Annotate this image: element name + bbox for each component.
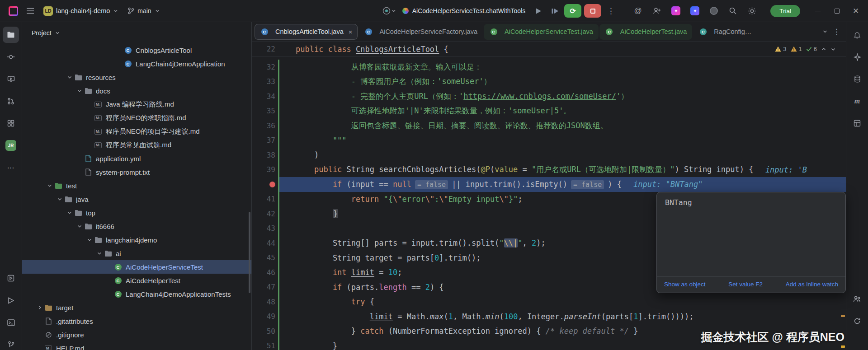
code-line[interactable]: 32 从博客园获取最新文章。输入可以是： — [252, 60, 846, 75]
tree-item[interactable]: java — [22, 192, 251, 206]
debug-evaluate-popup[interactable]: BNTang Show as object Set value F2 Add a… — [656, 192, 846, 293]
junie-avatar[interactable]: JR — [3, 137, 19, 154]
line-number-gutter[interactable] — [252, 177, 278, 192]
minimize-button[interactable] — [810, 3, 826, 19]
tree-item[interactable]: CAiCodeHelperServiceTest — [22, 260, 251, 274]
tree-item[interactable]: M↓程序员常见面试题.md — [22, 138, 251, 152]
tree-item[interactable]: M↓HELP.md — [22, 341, 251, 350]
tree-item[interactable]: resources — [22, 70, 251, 84]
code-line[interactable]: 37 """ — [252, 133, 846, 148]
tree-item[interactable]: test — [22, 179, 251, 192]
structure-tool-icon[interactable] — [3, 115, 19, 131]
services-tool-icon[interactable] — [3, 270, 19, 286]
breakpoint-icon[interactable] — [269, 182, 275, 187]
code-line[interactable]: 39 public String searchCnblogsArticles(@… — [252, 163, 846, 177]
line-number-gutter[interactable]: 39 — [252, 163, 278, 177]
mentions-icon[interactable]: @ — [630, 3, 646, 19]
close-button[interactable]: ✕ — [848, 3, 863, 19]
code-line[interactable]: 33 - 博客园用户名（例如：'someUser'） — [252, 75, 846, 89]
project-scrollbar[interactable] — [249, 212, 250, 293]
add-inline-watch-link[interactable]: Add as inline watch — [786, 281, 838, 288]
main-menu-icon[interactable] — [23, 3, 38, 19]
terminal-tool-icon[interactable] — [3, 314, 19, 331]
tree-chevron-icon[interactable] — [75, 87, 84, 94]
tree-item[interactable]: system-prompt.txt — [22, 165, 251, 179]
line-number-gutter[interactable]: 42 — [252, 206, 278, 221]
warnings-indicator[interactable]: 3 — [775, 46, 786, 52]
tree-item[interactable]: M↓程序员NEO的项目学习建议.md — [22, 125, 251, 138]
code-line[interactable]: 35 可选择性地附加'|N'来限制结果数量，例如：'someUser|5'。 — [252, 104, 846, 119]
previous-issue-icon[interactable] — [821, 47, 826, 52]
tree-chevron-icon[interactable] — [66, 74, 74, 81]
tree-item[interactable]: CAiCodeHelperTest — [22, 274, 251, 287]
code-line[interactable]: 36 返回包含标题、链接、日期、摘要、阅读数、评论数、推荐数的JSON数组。 — [252, 118, 846, 133]
git-tool-icon[interactable] — [3, 336, 19, 350]
trial-badge[interactable]: Trial — [770, 5, 800, 17]
line-number-gutter[interactable]: 35 — [252, 104, 278, 119]
junie-icon[interactable]: ✦ — [687, 3, 703, 19]
run-button[interactable] — [531, 3, 546, 19]
project-tool-icon[interactable] — [3, 27, 19, 43]
project-panel-header[interactable]: Project — [22, 22, 251, 43]
collaboration-icon[interactable] — [849, 291, 865, 307]
code-line[interactable]: if (input == null= false|| input.trim().… — [252, 177, 846, 192]
tree-item[interactable]: CLangChain4jDemoApplication — [22, 57, 251, 70]
hidden-tabs-icon[interactable] — [822, 28, 828, 35]
line-number-gutter[interactable]: 33 — [252, 75, 278, 89]
ai-assistant-icon[interactable]: ✦ — [668, 3, 684, 19]
editor-tab[interactable]: CRagConfig… — [693, 24, 757, 40]
tree-item[interactable]: docs — [22, 84, 251, 98]
line-number-gutter[interactable]: 49 — [252, 309, 278, 324]
tree-item[interactable]: ai — [22, 247, 251, 260]
profile-icon[interactable] — [706, 3, 722, 19]
line-number-gutter[interactable]: 41 — [252, 192, 278, 207]
tree-item[interactable]: top — [22, 206, 251, 219]
set-value-link[interactable]: Set value F2 — [728, 281, 763, 288]
next-issue-icon[interactable] — [830, 47, 836, 52]
build-tool-icon[interactable] — [849, 115, 865, 131]
tree-item[interactable]: CCnblogsArticleTool — [22, 43, 251, 57]
code-line[interactable]: 49 limit = Math.max(1, Math.min(100, Int… — [252, 309, 846, 324]
resume-program-icon[interactable] — [547, 3, 562, 19]
line-number-gutter[interactable]: 50 — [252, 324, 278, 339]
run-config-widget[interactable]: AiCodeHelperServiceTest.chatWithTools — [398, 3, 530, 19]
code-line[interactable]: 48 try { — [252, 294, 846, 309]
learn-tool-icon[interactable] — [3, 71, 19, 87]
line-number-gutter[interactable]: 46 — [252, 265, 278, 280]
tree-chevron-icon[interactable] — [36, 304, 44, 311]
line-number-gutter[interactable]: 36 — [252, 118, 278, 133]
tree-item[interactable]: .gitignore — [22, 328, 251, 341]
run-tool-icon[interactable] — [3, 292, 19, 308]
editor-tab[interactable]: CAiCodeHelperTest.java — [599, 24, 693, 40]
ai-chat-icon[interactable] — [849, 49, 865, 65]
more-run-actions-icon[interactable]: ⋮ — [603, 3, 618, 19]
branch-widget[interactable]: main — [124, 3, 163, 19]
run-target-icon[interactable] — [382, 3, 397, 19]
code-line[interactable]: 34 - 完整的个人主页URL（例如：'https://www.cnblogs.… — [252, 89, 846, 104]
database-tool-icon[interactable] — [849, 71, 865, 87]
line-number-gutter[interactable]: 32 — [252, 60, 278, 75]
tree-chevron-icon[interactable] — [85, 236, 94, 243]
tree-chevron-icon[interactable] — [75, 223, 84, 230]
tree-chevron-icon[interactable] — [95, 250, 104, 257]
stop-button[interactable] — [584, 4, 601, 18]
line-number-gutter[interactable]: 44 — [252, 236, 278, 251]
rerun-button[interactable]: ⟳ — [564, 4, 581, 18]
line-number-gutter[interactable]: 38 — [252, 148, 278, 163]
line-number-gutter[interactable]: 45 — [252, 251, 278, 266]
tree-chevron-icon[interactable] — [56, 196, 64, 203]
line-number-gutter[interactable]: 47 — [252, 280, 278, 295]
add-user-icon[interactable] — [649, 3, 665, 19]
tree-item[interactable]: application.yml — [22, 152, 251, 165]
tree-item[interactable]: CLangChain4jDemoApplicationTests — [22, 287, 251, 301]
settings-gear-icon[interactable] — [744, 3, 760, 19]
tree-chevron-icon[interactable] — [66, 209, 74, 216]
tree-item[interactable]: target — [22, 301, 251, 314]
code-line[interactable]: 38 ) — [252, 148, 846, 163]
sticky-header-line[interactable]: 22 public class CnblogsArticleTool { 3 1… — [252, 42, 846, 57]
tree-chevron-icon[interactable] — [46, 182, 54, 189]
line-number-gutter[interactable]: 37 — [252, 133, 278, 148]
tree-item[interactable]: M↓程序员NEO的求职指南.md — [22, 111, 251, 125]
editor-tab[interactable]: CAiCodeHelperServiceTest.java — [484, 24, 599, 40]
editor-tab[interactable]: CAiCodeHelperServiceFactory.java — [359, 24, 483, 40]
